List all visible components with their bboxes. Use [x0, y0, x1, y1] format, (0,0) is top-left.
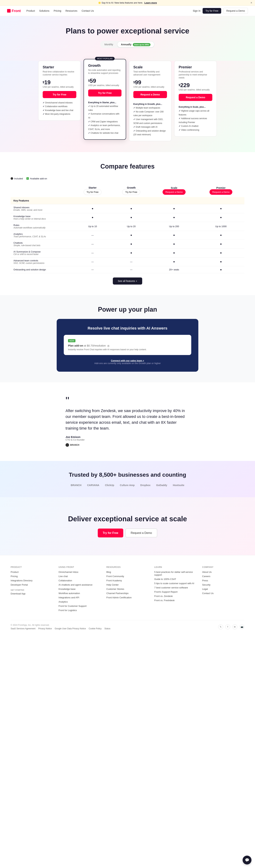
nav-contact[interactable]: Contact Us: [82, 9, 94, 12]
addon-tooltip-icon[interactable]: ?: [107, 345, 109, 347]
premier-plan-price: $229 USD per seat/mo, billed annually: [179, 82, 212, 91]
announcement-bar: 🌟 Say hi to AI: New beta features are he…: [0, 0, 255, 6]
footer-link[interactable]: Security: [202, 584, 211, 586]
list-item: About Us: [202, 570, 244, 574]
premier-price-period: USD per seat/mo, billed annually: [179, 89, 212, 91]
footer-link[interactable]: Blog: [106, 571, 111, 574]
footer-link[interactable]: Channel Partnerships: [106, 592, 129, 595]
ai-feature: AI Summarize & Compose Ctrl or shift to …: [11, 248, 73, 257]
legend-addon: + Available add-on: [26, 177, 47, 180]
scale-col-cta[interactable]: Request a Demo: [163, 189, 186, 195]
list-item: Front's Support Report: [154, 590, 196, 593]
footer-cookie-policy[interactable]: Cookie Policy: [89, 627, 102, 630]
footer-link[interactable]: Product: [11, 571, 19, 574]
footer-link[interactable]: Developer Portal: [11, 584, 28, 586]
footer-link[interactable]: Download App: [11, 592, 26, 595]
announcement-link[interactable]: Learn more: [144, 1, 157, 4]
starter-col-cta[interactable]: Try for Free: [84, 189, 101, 195]
logo-godaddy: GoDaddy: [156, 484, 167, 487]
footer-link[interactable]: Careers: [202, 575, 211, 578]
footer-link[interactable]: 5 best practices for stellar self-servic…: [154, 571, 193, 576]
growth-plan-card: MOST POPULAR Growth No-code automation a…: [84, 59, 126, 140]
footer-link[interactable]: Knowledge base: [58, 588, 75, 590]
monthly-billing-button[interactable]: Monthly: [101, 41, 117, 47]
logo-dropbox: Dropbox: [140, 484, 151, 487]
signin-button[interactable]: Sign In: [193, 9, 201, 12]
footer-link[interactable]: Front Admin Certification: [106, 596, 132, 599]
nav-product[interactable]: Product: [26, 9, 35, 12]
logo[interactable]: Front: [7, 9, 21, 13]
twitter-icon[interactable]: 𝕏: [218, 624, 223, 629]
footer-link[interactable]: Front Community: [106, 575, 124, 578]
footer-link[interactable]: Omnichannel Inbox: [58, 571, 78, 574]
footer-saas-agreement[interactable]: SaaS Services Agreement: [11, 627, 35, 630]
footer-product-heading: PRODUCT: [11, 566, 53, 568]
footer-link[interactable]: 7 best customer service software: [154, 586, 188, 589]
nav-try-free-button[interactable]: Try for Free: [202, 8, 221, 13]
footer-link[interactable]: Press: [202, 579, 208, 582]
list-item: Legal: [202, 588, 244, 590]
scale-request-demo-button[interactable]: Request a Demo: [133, 91, 167, 98]
list-item: Customer Stories: [106, 588, 149, 590]
footer-link[interactable]: Front for Logistics: [58, 609, 77, 612]
footer-link[interactable]: Workflow automation: [58, 592, 80, 595]
cta-try-free-button[interactable]: Try for Free: [98, 529, 123, 537]
footer-link[interactable]: Integrations and API: [58, 596, 79, 599]
linkedin-icon[interactable]: in: [232, 624, 237, 629]
premier-col-cta[interactable]: Request a Demo: [210, 189, 232, 195]
footer-link[interactable]: Integrations Directory: [11, 579, 33, 582]
footer-link[interactable]: Live chat: [58, 575, 68, 578]
growth-plan-desc: No-code automation and reporting to stre…: [88, 69, 122, 75]
nav-request-demo-button[interactable]: Request a Demo: [223, 8, 248, 14]
logo-icon: [7, 9, 11, 12]
footer-link[interactable]: AI chatbots and agent assistance: [58, 584, 92, 586]
growth-features-header: Everything in Starter, plus...: [88, 101, 122, 105]
announcement-close[interactable]: ×: [251, 1, 252, 4]
growth-features: Everything in Starter, plus... Up to 20 …: [88, 101, 122, 135]
footer-link[interactable]: Front for Customer Support: [58, 605, 87, 607]
footer-link[interactable]: About Us: [202, 571, 212, 574]
scale-feature-2: No-code Composer: over 200 rules per wor…: [133, 110, 167, 118]
list-item: 5 tips to scale customer support with AI: [154, 582, 196, 585]
logo-hootsuite: Hootsuite: [173, 484, 184, 487]
connect-sales-link[interactable]: Connect with our sales team +: [111, 359, 144, 362]
cta-request-demo-button[interactable]: Request a Demo: [125, 529, 157, 537]
footer-link[interactable]: Collaboration: [58, 579, 72, 582]
annually-billing-button[interactable]: Annually Save up to 34%!: [118, 41, 154, 47]
footer-link[interactable]: Front's Support Report: [154, 591, 178, 593]
footer-link[interactable]: Contact Us: [202, 592, 214, 595]
footer-legal-links: SaaS Services Agreement Privacy Notice G…: [11, 627, 110, 630]
footer-privacy-notice[interactable]: Privacy Notice: [38, 627, 52, 630]
footer-link[interactable]: Front vs. Zendesk: [154, 595, 173, 597]
connect-sales-text: Connect with our sales team + Add-ons ar…: [64, 359, 191, 365]
footer-company-links: About Us Careers Press Security Legal Co…: [202, 570, 244, 595]
footer-link[interactable]: Help Center: [106, 584, 119, 586]
scale-plan-card: Scale Total workflow flexibility and adv…: [129, 61, 171, 141]
instagram-icon[interactable]: 📷: [240, 624, 244, 629]
nav-pricing[interactable]: Pricing: [54, 9, 61, 12]
growth-col-cta[interactable]: Try for Free: [122, 189, 140, 195]
footer-link[interactable]: Customer Stories: [106, 588, 124, 590]
facebook-icon[interactable]: f: [225, 624, 230, 629]
list-item: Download App: [11, 592, 53, 595]
footer-status[interactable]: Status: [104, 627, 110, 630]
footer-link[interactable]: Pricing: [11, 575, 18, 578]
save-badge: Save up to 34%!: [133, 43, 151, 46]
starter-try-free-button[interactable]: Try for Free: [43, 91, 76, 98]
footer-link[interactable]: Legal: [202, 588, 208, 590]
list-item: Careers: [202, 575, 244, 578]
footer-link[interactable]: Front Academy: [106, 579, 122, 582]
starter-feature-1: Omnichannel shared inboxes: [43, 101, 76, 105]
social-icons: 𝕏 f in 📷: [218, 624, 244, 629]
growth-try-free-button[interactable]: Try for Free: [88, 89, 122, 96]
footer-link[interactable]: Front vs. Freshdesk: [154, 599, 174, 602]
see-all-features-button[interactable]: See all features +: [113, 277, 142, 284]
premier-request-demo-button[interactable]: Request a Demo: [179, 94, 212, 101]
nav-resources[interactable]: Resources: [66, 9, 77, 12]
nav-solutions[interactable]: Solutions: [39, 9, 50, 12]
footer-link[interactable]: 5 tips to scale customer support with AI: [154, 582, 194, 585]
footer-link[interactable]: Analytics: [58, 600, 68, 603]
footer-google-privacy[interactable]: Google User Data Privacy Notice: [55, 627, 86, 630]
footer-link[interactable]: Guide to 100% CSAT: [154, 578, 176, 581]
footer-learn-links: 5 best practices for stellar self-servic…: [154, 570, 196, 602]
